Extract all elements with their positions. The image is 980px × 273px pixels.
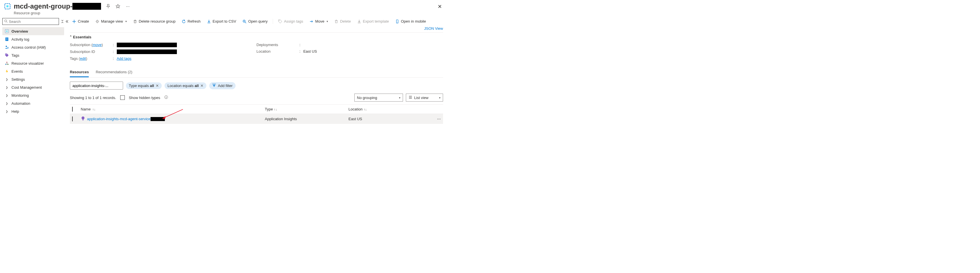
more-icon[interactable]: ⋯: [125, 4, 130, 9]
sidebar-item-cost-management[interactable]: ❯ Cost Management: [2, 83, 64, 91]
svg-rect-5: [6, 31, 8, 32]
download-icon: [357, 19, 361, 24]
create-button[interactable]: Create: [70, 18, 91, 25]
sidebar-search-input[interactable]: [9, 19, 57, 24]
star-icon[interactable]: [115, 4, 121, 9]
list-view-icon: [409, 95, 412, 100]
toolbar-separator: [273, 19, 273, 24]
show-hidden-label: Show hidden types: [129, 95, 160, 100]
row-more-icon[interactable]: ⋯: [432, 117, 441, 121]
filter-text-input[interactable]: [72, 84, 121, 88]
sort-icon: ↑↓: [274, 108, 277, 111]
filter-text-input-wrap[interactable]: [70, 81, 123, 90]
delete-resource-group-button[interactable]: Delete resource group: [131, 18, 178, 25]
svg-rect-25: [83, 120, 84, 121]
tags-edit-link[interactable]: edit: [80, 56, 86, 61]
sidebar-item-label: Monitoring: [11, 93, 29, 98]
refresh-icon: [182, 19, 186, 24]
page-title: mcd-agent-group-: [14, 2, 101, 10]
sidebar-item-label: Automation: [11, 101, 30, 106]
tab-resources[interactable]: Resources: [70, 68, 89, 77]
svg-rect-8: [6, 39, 8, 39]
arrow-right-icon: [309, 19, 313, 24]
essentials-toggle[interactable]: ˄ Essentials: [70, 35, 443, 39]
download-icon: [207, 19, 211, 24]
overview-icon: [5, 29, 9, 33]
gear-icon: [95, 19, 99, 24]
info-icon[interactable]: [164, 95, 168, 100]
table-row[interactable]: application-insights-mcd-agent-service A…: [70, 114, 443, 124]
filter-pill-location[interactable]: Location equals all ✕: [165, 83, 206, 89]
svg-point-16: [97, 21, 98, 22]
records-count: Showing 1 to 1 of 1 records.: [70, 95, 116, 100]
query-icon: [242, 19, 247, 24]
location-label: Location: [256, 49, 299, 54]
activity-log-icon: [5, 37, 9, 41]
svg-point-12: [6, 54, 6, 55]
show-hidden-checkbox[interactable]: [120, 95, 125, 100]
sidebar-item-activity-log[interactable]: Activity log: [2, 35, 64, 43]
add-tags-link[interactable]: Add tags: [117, 56, 131, 61]
svg-point-19: [279, 20, 280, 21]
resource-location: East US: [348, 117, 432, 121]
column-header-location[interactable]: Location ↑↓: [348, 107, 432, 111]
chevron-down-icon: ▾: [399, 96, 401, 99]
json-view-link[interactable]: JSON View: [424, 26, 443, 31]
sidebar-item-automation[interactable]: ❯ Automation: [2, 99, 64, 107]
sidebar-search[interactable]: [2, 18, 59, 25]
sidebar-item-label: Help: [11, 110, 19, 114]
filter-pill-type[interactable]: Type equals all ✕: [126, 83, 162, 89]
open-query-button[interactable]: Open query: [240, 18, 270, 25]
expand-icon[interactable]: [60, 19, 64, 24]
location-value: East US: [303, 49, 317, 54]
trash-icon: [334, 19, 338, 24]
sidebar-item-tags[interactable]: Tags: [2, 51, 64, 59]
chevron-right-icon: ❯: [5, 77, 9, 81]
remove-filter-icon[interactable]: ✕: [200, 84, 204, 88]
delete-button: Delete: [332, 18, 353, 25]
tab-recommendations[interactable]: Recommendations (2): [95, 68, 132, 77]
trash-icon: [133, 19, 137, 24]
subscription-move-link[interactable]: move: [93, 43, 102, 47]
export-template-button: Export template: [355, 18, 391, 25]
column-header-type[interactable]: Type ↑↓: [265, 107, 348, 111]
sidebar-item-label: Cost Management: [11, 85, 42, 90]
tags-icon: [278, 19, 282, 24]
move-button[interactable]: Move ▾: [307, 18, 330, 25]
row-checkbox[interactable]: [72, 116, 73, 121]
close-icon[interactable]: ✕: [436, 2, 443, 11]
svg-rect-7: [6, 38, 8, 38]
export-csv-button[interactable]: Export to CSV: [205, 18, 239, 25]
sidebar-item-resource-visualizer[interactable]: Resource visualizer: [2, 59, 64, 67]
column-header-name[interactable]: Name ↑↓: [81, 107, 265, 111]
add-filter-button[interactable]: Add filter: [209, 82, 235, 89]
chevron-right-icon: ❯: [5, 85, 9, 90]
remove-filter-icon[interactable]: ✕: [156, 84, 159, 88]
chevron-down-icon: ▾: [126, 20, 127, 23]
resource-type: Application Insights: [265, 117, 348, 121]
sidebar-item-monitoring[interactable]: ❯ Monitoring: [2, 91, 64, 99]
chevron-up-icon: ˄: [70, 35, 72, 39]
sidebar-item-overview[interactable]: Overview: [2, 27, 64, 35]
resource-visualizer-icon: [5, 61, 9, 65]
resource-link[interactable]: application-insights-mcd-agent-service: [87, 117, 165, 121]
pin-icon[interactable]: [106, 4, 111, 9]
plus-icon: [72, 19, 76, 24]
refresh-button[interactable]: Refresh: [180, 18, 203, 25]
sidebar-item-events[interactable]: Events: [2, 67, 64, 75]
view-select[interactable]: List view ▾: [406, 94, 443, 102]
select-all-checkbox[interactable]: [72, 107, 73, 112]
sidebar-item-help[interactable]: ❯ Help: [2, 107, 64, 115]
manage-view-button[interactable]: Manage view ▾: [93, 18, 129, 25]
sidebar-item-label: Access control (IAM): [11, 45, 46, 49]
essentials-title: Essentials: [73, 35, 91, 39]
svg-line-3: [6, 21, 8, 22]
chevron-right-icon: ❯: [5, 109, 9, 114]
svg-rect-1: [6, 5, 9, 8]
svg-point-21: [397, 22, 398, 23]
sidebar-item-access-control[interactable]: Access control (IAM): [2, 43, 64, 51]
open-mobile-button[interactable]: Open in mobile: [393, 18, 428, 25]
sidebar-item-settings[interactable]: ❯ Settings: [2, 75, 64, 83]
events-icon: [5, 69, 9, 73]
grouping-select[interactable]: No grouping ▾: [354, 94, 403, 102]
